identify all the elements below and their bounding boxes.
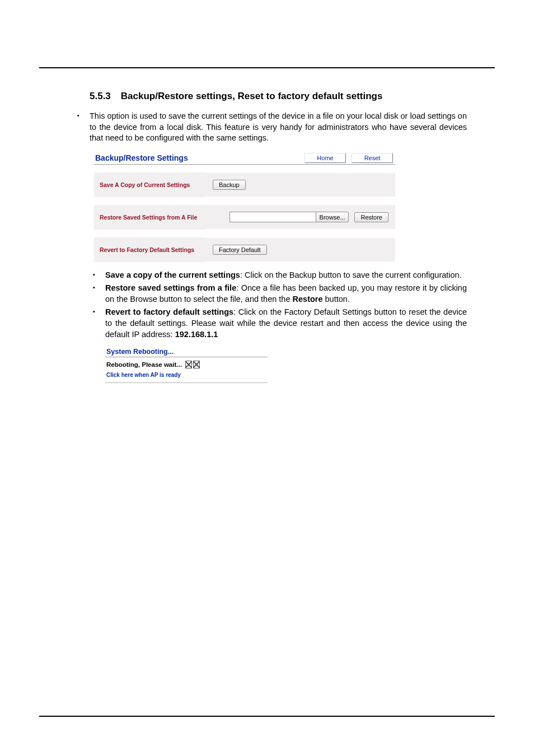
explain-restore-rest2: button. (323, 295, 350, 304)
explain-revert: Revert to factory default settings: Clic… (90, 307, 467, 340)
panel-title: Backup/Restore Settings (95, 153, 188, 162)
section-number: 5.5.3 (90, 91, 111, 102)
intro-bullet: This option is used to save the current … (74, 111, 467, 144)
explain-restore-bold: Restore saved settings from a file (105, 283, 236, 292)
restore-file-input[interactable] (229, 212, 316, 222)
panel-header: Backup/Restore Settings Home Reset (94, 150, 395, 165)
ap-ready-link[interactable]: Click here when AP is ready (105, 370, 268, 382)
explain-restore-bold2: Restore (293, 295, 323, 304)
restore-button[interactable]: Restore (354, 212, 388, 222)
bottom-horizontal-rule (39, 716, 495, 717)
rebooting-wait-line: Rebooting, Please wait... (105, 357, 268, 370)
factory-default-button[interactable]: Factory Default (213, 245, 267, 255)
section-title: Backup/Restore settings, Reset to factor… (121, 91, 383, 101)
row-revert-settings: Revert to Factory Default Settings Facto… (94, 237, 395, 262)
label-save-settings: Save A Copy of Current Settings (100, 181, 190, 188)
top-horizontal-rule (39, 67, 495, 68)
home-button[interactable]: Home (305, 153, 346, 163)
label-restore-settings: Restore Saved Settings from A File (100, 214, 197, 221)
reboot-bottom-rule (105, 382, 268, 383)
explain-restore: Restore saved settings from a file: Once… (90, 283, 467, 305)
system-rebooting-panel: System Rebooting... Rebooting, Please wa… (105, 348, 268, 383)
backup-button[interactable]: Backup (213, 180, 246, 190)
backup-restore-panel: Backup/Restore Settings Home Reset Save … (94, 150, 395, 262)
row-save-settings: Save A Copy of Current Settings Backup (94, 172, 395, 197)
rebooting-title: System Rebooting... (105, 348, 268, 357)
label-revert-settings: Revert to Factory Default Settings (100, 246, 194, 253)
explain-revert-bold: Revert to factory default settings (105, 307, 233, 316)
row-restore-settings: Restore Saved Settings from A File Brows… (94, 205, 395, 230)
explain-revert-ip: 192.168.1.1 (175, 330, 218, 339)
explain-save-rest: : Click on the Backup button to save the… (240, 270, 462, 279)
explain-save: Save a copy of the current settings: Cli… (90, 270, 467, 281)
explain-save-bold: Save a copy of the current settings (105, 270, 240, 279)
reset-button[interactable]: Reset (352, 153, 393, 163)
browse-button[interactable]: Browse... (316, 212, 349, 222)
section-heading: 5.5.3Backup/Restore settings, Reset to f… (90, 91, 467, 102)
loading-placeholder-icon (185, 361, 200, 368)
rebooting-wait-text: Rebooting, Please wait... (106, 361, 182, 368)
